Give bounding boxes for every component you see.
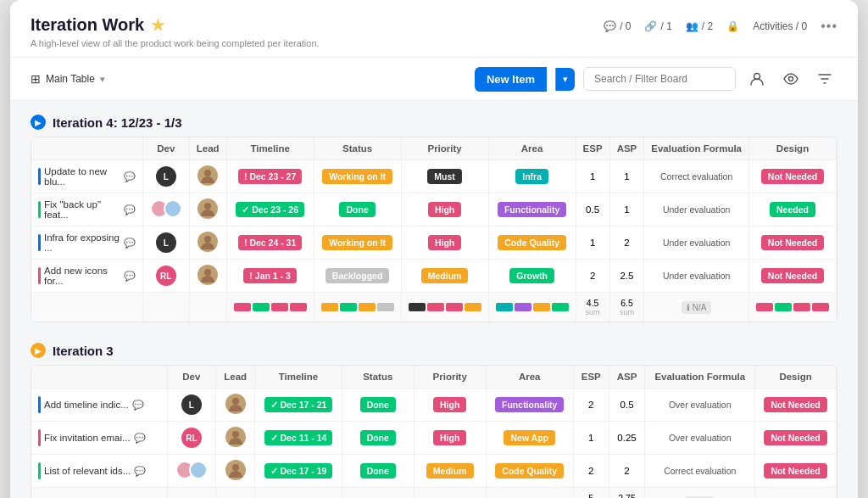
esp-sum-label: sum: [583, 308, 603, 316]
color-swatch: [533, 303, 550, 311]
esp-sum-value: 5: [588, 493, 593, 498]
eye-icon[interactable]: [778, 66, 804, 92]
iteration-3-title: Iteration 3: [53, 344, 114, 358]
comment-icon[interactable]: 💬: [134, 433, 146, 444]
area-badge: Growth: [509, 268, 554, 283]
task-bar: [38, 462, 41, 479]
swatch-row: [409, 303, 481, 311]
activities-stat[interactable]: Activities / 0: [753, 20, 807, 32]
more-options-icon[interactable]: •••: [821, 19, 837, 34]
comment-icon[interactable]: 💬: [134, 466, 146, 477]
chat-stat[interactable]: 💬 / 0: [604, 20, 631, 32]
search-input[interactable]: [583, 67, 736, 91]
status-badge: Backlogged: [326, 268, 390, 283]
iteration-3-icon: ▶: [31, 343, 46, 358]
summary-priority-cell: [414, 488, 486, 499]
iteration-4-table-wrapper: Dev Lead Timeline Status Priority Area E…: [31, 137, 837, 322]
priority-cell: High: [401, 227, 488, 260]
iteration-3-table-wrapper: Dev Lead Timeline Status Priority Area E…: [31, 365, 837, 498]
toolbar-left: ⊞ Main Table ▾: [31, 72, 105, 86]
timeline-cell: ✓ Dec 11 - 14: [255, 422, 342, 455]
area-cell: Functionality: [486, 389, 573, 422]
col-status: Status: [342, 366, 414, 389]
asp-sum-value: 6.5: [620, 298, 633, 308]
color-swatch: [253, 303, 270, 311]
color-swatch: [377, 303, 394, 311]
timeline-badge: ✓ Dec 17 - 19: [264, 463, 333, 478]
timeline-text: Dec 24 - 31: [249, 238, 296, 248]
asp-cell: 1: [609, 160, 644, 193]
area-cell: Code Quality: [486, 455, 573, 488]
area-badge: Code Quality: [495, 463, 564, 478]
summary-dev-cell: [167, 488, 216, 499]
comment-icon[interactable]: 💬: [124, 238, 136, 249]
area-cell: Code Quality: [488, 227, 576, 260]
summary-esp-cell: 5sum: [573, 488, 609, 499]
area-badge: Functionality: [498, 202, 566, 217]
timeline-cell: ! Jan 1 - 3: [226, 260, 314, 293]
asp-sum-label: sum: [617, 308, 637, 316]
iteration-4-title: Iteration 4: 12/23 - 1/3: [53, 115, 182, 130]
priority-cell: High: [401, 193, 488, 227]
design-cell: Not Needed: [749, 260, 837, 293]
col-esp: ESP: [573, 366, 609, 389]
priority-cell: High: [414, 389, 486, 422]
comment-icon[interactable]: 💬: [132, 400, 144, 411]
status-badge: Working on It: [322, 169, 392, 184]
timeline-text: Jan 1 - 3: [255, 271, 291, 281]
lead-cell: [216, 389, 255, 422]
svg-point-4: [204, 236, 211, 243]
svg-point-8: [232, 464, 239, 471]
user-stat[interactable]: 👥 / 2: [686, 20, 713, 32]
toolbar-right: New Item ▾: [475, 66, 837, 92]
color-swatch: [812, 303, 829, 311]
new-item-button[interactable]: New Item: [475, 67, 547, 92]
iteration-3-section: ▶ Iteration 3 Dev Lead Timeline Status P…: [31, 343, 837, 498]
comment-icon[interactable]: 💬: [124, 271, 136, 282]
comment-icon[interactable]: 💬: [124, 204, 136, 215]
area-badge: Code Quality: [498, 235, 566, 250]
user-profile-icon[interactable]: [744, 66, 770, 92]
area-badge: New App: [504, 430, 555, 445]
col-priority: Priority: [401, 137, 488, 160]
svg-point-2: [204, 170, 211, 176]
toolbar: ⊞ Main Table ▾ New Item ▾: [10, 58, 858, 101]
eval-cell: Under evaluation: [644, 193, 749, 227]
star-icon[interactable]: ★: [151, 16, 164, 35]
comment-icon[interactable]: 💬: [124, 171, 136, 182]
lock-stat[interactable]: 🔒: [726, 20, 739, 32]
col-esp: ESP: [576, 137, 609, 160]
link-stat[interactable]: 🔗 / 1: [644, 20, 671, 32]
task-bar: [38, 168, 41, 185]
status-badge: Working on It: [322, 235, 392, 250]
design-cell: Not Needed: [755, 422, 837, 455]
col-timeline: Timeline: [226, 137, 314, 160]
asp-cell: 0.5: [609, 389, 645, 422]
summary-task-cell: [31, 488, 167, 499]
svg-point-7: [232, 431, 239, 438]
area-badge: Functionality: [495, 397, 564, 412]
chat-icon: 💬: [604, 20, 616, 32]
chevron-down-icon[interactable]: ▾: [100, 74, 105, 85]
task-name-cell: Infra for exposing ... 💬: [31, 227, 142, 260]
task-bar: [38, 429, 41, 446]
task-name-cell: Fix invitation emai... 💬: [31, 422, 167, 455]
summary-area-cell: [486, 488, 573, 499]
priority-badge: Medium: [421, 268, 469, 283]
task-bar: [38, 396, 41, 413]
color-swatch: [515, 303, 531, 311]
header: Iteration Work ★ A high-level view of al…: [10, 0, 858, 58]
col-design: Design: [749, 137, 837, 160]
iteration-4-icon: ▶: [31, 115, 46, 130]
filter-icon[interactable]: [812, 66, 837, 92]
col-eval: Evaluation Formula: [645, 366, 755, 389]
timeline-badge: ! Jan 1 - 3: [243, 268, 297, 283]
summary-asp-cell: 6.5sum: [609, 293, 644, 322]
new-item-dropdown-button[interactable]: ▾: [555, 68, 575, 91]
summary-status-cell: [342, 488, 414, 499]
esp-cell: 2: [573, 389, 609, 422]
svg-point-5: [204, 269, 211, 276]
summary-timeline-cell: [255, 488, 342, 499]
timeline-text: Dec 23 - 26: [252, 204, 298, 215]
esp-cell: 1: [576, 160, 609, 193]
